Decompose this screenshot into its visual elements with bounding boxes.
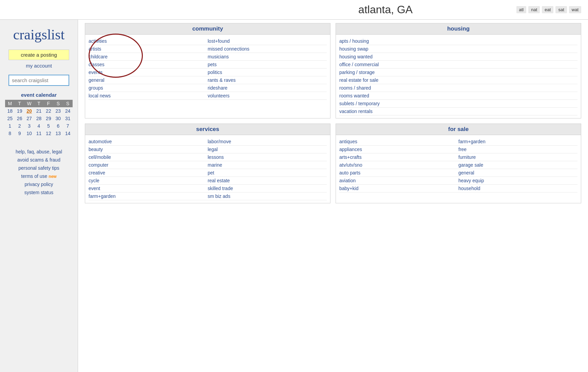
link-farm-garden[interactable]: farm+garden [458, 138, 577, 146]
link-household[interactable]: household [458, 185, 577, 192]
search-input[interactable] [8, 75, 69, 86]
link-cell-mobile[interactable]: cell/mobile [89, 153, 208, 161]
top-link-atl[interactable]: atl [516, 6, 527, 13]
link-legal[interactable]: legal [208, 146, 327, 153]
link-parking---storage[interactable]: parking / storage [339, 69, 577, 76]
link-pets[interactable]: pets [208, 61, 327, 69]
link-computer[interactable]: computer [89, 161, 208, 169]
my-account-link[interactable]: my account [26, 63, 52, 69]
calendar-day-27[interactable]: 27 [24, 115, 34, 122]
calendar-day-8[interactable]: 8 [5, 130, 15, 137]
calendar-day-28[interactable]: 28 [34, 115, 43, 122]
link-arts-crafts[interactable]: arts+crafts [339, 153, 458, 161]
link-apts---housing[interactable]: apts / housing [339, 37, 577, 45]
link-sm-biz-ads[interactable]: sm biz ads [208, 192, 327, 200]
link-skilled-trade[interactable]: skilled trade [208, 185, 327, 192]
link-classes[interactable]: classes [89, 61, 208, 69]
link-housing-wanted[interactable]: housing wanted [339, 53, 577, 61]
link-event[interactable]: event [89, 185, 208, 192]
link-farm-garden[interactable]: farm+garden [89, 192, 208, 200]
calendar-day-11[interactable]: 11 [34, 130, 43, 137]
calendar-day-25[interactable]: 25 [5, 115, 15, 122]
link-rideshare[interactable]: rideshare [208, 84, 327, 92]
link-local-news[interactable]: local news [89, 92, 208, 100]
sidebar-link-avoidscamsfraud[interactable]: avoid scams & fraud [17, 157, 60, 163]
link-general[interactable]: general [89, 76, 208, 84]
link-groups[interactable]: groups [89, 84, 208, 92]
calendar-day-21[interactable]: 21 [34, 107, 43, 115]
link-furniture[interactable]: furniture [458, 153, 577, 161]
calendar-day-20[interactable]: 20 [24, 107, 34, 115]
top-link-wat[interactable]: wat [569, 6, 581, 13]
link-real-estate[interactable]: real estate [208, 177, 327, 185]
link-aviation[interactable]: aviation [339, 177, 458, 185]
calendar-day-31[interactable]: 31 [63, 115, 73, 122]
link-artists[interactable]: artists [89, 45, 208, 53]
top-link-eat[interactable]: eat [542, 6, 553, 13]
link-lost-found[interactable]: lost+found [208, 37, 327, 45]
sidebar-link-termsofuse[interactable]: terms of usenew [21, 173, 56, 179]
link-rooms---shared[interactable]: rooms / shared [339, 84, 577, 92]
calendar-day-30[interactable]: 30 [53, 115, 63, 122]
sidebar-link-systemstatus[interactable]: system status [24, 190, 54, 195]
link-antiques[interactable]: antiques [339, 138, 458, 146]
link-vacation-rentals[interactable]: vacation rentals [339, 108, 577, 115]
link-lessons[interactable]: lessons [208, 153, 327, 161]
link-activities[interactable]: activities [89, 37, 208, 45]
link-atv-utv-sno[interactable]: atv/utv/sno [339, 161, 458, 169]
calendar-day-19[interactable]: 19 [15, 107, 24, 115]
link-real-estate-for-sale[interactable]: real estate for sale [339, 76, 577, 84]
calendar-day-2[interactable]: 2 [15, 122, 24, 130]
link-rooms-wanted[interactable]: rooms wanted [339, 92, 577, 100]
calendar-day-26[interactable]: 26 [15, 115, 24, 122]
calendar-day-5[interactable]: 5 [44, 122, 53, 130]
calendar-day-24[interactable]: 24 [63, 107, 73, 115]
create-posting-button[interactable]: create a posting [8, 50, 69, 60]
link-housing-swap[interactable]: housing swap [339, 45, 577, 53]
sidebar-link-privacypolicy[interactable]: privacy policy [24, 182, 53, 187]
link-childcare[interactable]: childcare [89, 53, 208, 61]
link-rants---raves[interactable]: rants & raves [208, 76, 327, 84]
city-title: atlanta, GA [262, 3, 510, 16]
calendar-day-29[interactable]: 29 [44, 115, 53, 122]
calendar-day-7[interactable]: 7 [63, 122, 73, 130]
calendar-day-12[interactable]: 12 [44, 130, 53, 137]
link-free[interactable]: free [458, 146, 577, 153]
link-musicians[interactable]: musicians [208, 53, 327, 61]
calendar-day-6[interactable]: 6 [53, 122, 63, 130]
link-volunteers[interactable]: volunteers [208, 92, 327, 100]
sections-grid: community activitiesartistschildcareclas… [85, 23, 581, 203]
link-labor-move[interactable]: labor/move [208, 138, 327, 146]
link-general[interactable]: general [458, 169, 577, 177]
link-marine[interactable]: marine [208, 161, 327, 169]
calendar-day-4[interactable]: 4 [34, 122, 43, 130]
calendar-day-3[interactable]: 3 [24, 122, 34, 130]
link-sublets---temporary[interactable]: sublets / temporary [339, 100, 577, 108]
link-heavy-equip[interactable]: heavy equip [458, 177, 577, 185]
calendar-day-9[interactable]: 9 [15, 130, 24, 137]
sidebar-link-personalsafetytips[interactable]: personal safety tips [18, 165, 59, 171]
link-auto-parts[interactable]: auto parts [339, 169, 458, 177]
calendar-day-23[interactable]: 23 [53, 107, 63, 115]
calendar-day-14[interactable]: 14 [63, 130, 73, 137]
link-cycle[interactable]: cycle [89, 177, 208, 185]
link-missed-connections[interactable]: missed connections [208, 45, 327, 53]
calendar-day-10[interactable]: 10 [24, 130, 34, 137]
calendar-day-1[interactable]: 1 [5, 122, 15, 130]
link-creative[interactable]: creative [89, 169, 208, 177]
link-events[interactable]: events [89, 69, 208, 76]
calendar-day-13[interactable]: 13 [53, 130, 63, 137]
link-automotive[interactable]: automotive [89, 138, 208, 146]
top-link-nat[interactable]: nat [528, 6, 540, 13]
calendar-day-18[interactable]: 18 [5, 107, 15, 115]
calendar-day-22[interactable]: 22 [44, 107, 53, 115]
link-baby-kid[interactable]: baby+kid [339, 185, 458, 192]
link-garage-sale[interactable]: garage sale [458, 161, 577, 169]
link-appliances[interactable]: appliances [339, 146, 458, 153]
link-pet[interactable]: pet [208, 169, 327, 177]
top-link-sat[interactable]: sat [555, 6, 567, 13]
link-politics[interactable]: politics [208, 69, 327, 76]
sidebar-link-helpfaqabuselegal[interactable]: help, faq, abuse, legal [16, 149, 62, 154]
link-beauty[interactable]: beauty [89, 146, 208, 153]
link-office---commercial[interactable]: office / commercial [339, 61, 577, 69]
